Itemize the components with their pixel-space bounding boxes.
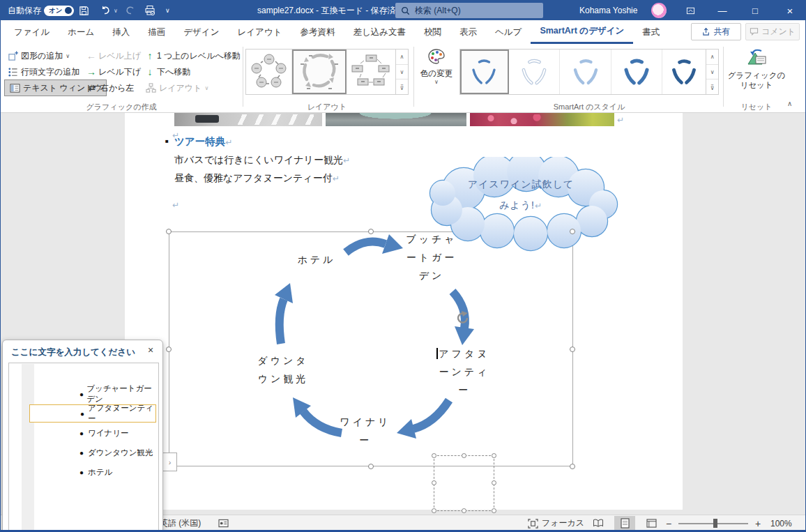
shape-handle[interactable] [492,453,496,458]
frame-handle[interactable] [570,464,575,469]
save-icon[interactable] [79,1,89,20]
shape-handle[interactable] [492,480,496,485]
tab-references[interactable]: 参考資料 [291,20,344,44]
focus-mode-button[interactable]: フォーカス [528,515,584,531]
print-button[interactable] [144,1,155,20]
frame-handle[interactable] [368,229,374,234]
styles-gallery-scroll: ∧ ∨ =∨ [706,50,718,94]
reset-graphic-button[interactable]: グラフィックのリセット [727,47,786,90]
tab-layout[interactable]: レイアウト [228,20,291,44]
print-layout-button[interactable] [614,516,635,531]
right-to-left-button[interactable]: ⇄ 右から左 [86,80,135,96]
read-mode-button[interactable] [588,516,609,531]
minimize-button[interactable]: — [710,1,734,20]
share-button[interactable]: 共有 [691,23,741,40]
autosave-state: オン [49,6,62,15]
web-layout-button[interactable] [641,516,662,531]
doc-heading[interactable]: ツアー特典↵ [174,135,232,149]
text-pane-item[interactable]: ●ダウンタウン観光 [29,443,156,462]
shape-handle[interactable] [432,480,436,485]
tab-smartart-design[interactable]: SmartArt のデザイン [531,20,633,44]
photo-fountain[interactable] [326,113,466,126]
text-pane-item[interactable]: ●ブッチャートガーデン [29,385,156,403]
frame-handle[interactable] [166,229,172,234]
text-pane-item[interactable]: ●ワイナリー [29,424,156,442]
move-up-button[interactable]: ↑1 つ上のレベルへ移動 [144,48,241,63]
search-box[interactable] [395,3,543,18]
zoom-slider-thumb[interactable] [713,519,717,528]
smartart-node-afternoon[interactable]: アフタヌーンティー [433,344,496,399]
frame-handle[interactable] [570,347,575,352]
doc-body-line-1[interactable]: 市バスでは行きにくいワイナリー観光↵ [174,154,350,167]
change-colors-button[interactable]: 色の変更 ∨ [418,48,455,85]
gallery-down-icon[interactable]: ∨ [706,65,718,80]
quick-access-dropdown-icon[interactable]: ∨ [165,1,170,20]
macro-record-icon[interactable] [218,515,229,531]
tab-design[interactable]: デザイン [174,20,228,44]
account-name[interactable]: Kohama Yoshie [579,1,637,20]
add-shape-button[interactable]: 図形の追加∨ [6,48,70,63]
tab-format[interactable]: 書式 [633,20,669,44]
shape-handle[interactable] [462,453,466,458]
frame-handle[interactable] [166,347,172,352]
demote-button[interactable]: →レベル下げ [86,64,141,79]
tab-home[interactable]: ホーム [59,20,103,44]
group-label-styles: SmartArt のスタイル [459,102,719,112]
text-pane-close-icon[interactable]: × [144,344,157,356]
style-thumb-5[interactable] [662,50,706,94]
selected-shape-afternoon[interactable] [434,455,494,511]
maximize-button[interactable]: □ [743,1,767,20]
gallery-more-icon[interactable]: =∨ [396,79,408,94]
frame-handle[interactable] [570,229,575,234]
tab-view[interactable]: 表示 [450,20,486,44]
layout-thumb-rect-cycle[interactable] [347,50,395,94]
add-shape-icon [6,51,19,61]
photo-street[interactable] [174,113,322,126]
tab-insert[interactable]: 挿入 [103,20,139,44]
gallery-down-icon[interactable]: ∨ [396,65,408,80]
search-input[interactable] [415,6,526,15]
text-pane-item-selected[interactable]: ●アフタヌーンティー [29,404,156,423]
gallery-more-icon[interactable]: =∨ [706,79,718,94]
zoom-level[interactable]: 100% [770,515,792,531]
style-thumb-2[interactable] [509,50,561,94]
zoom-out-icon[interactable]: − [666,515,671,531]
smartart-frame[interactable] [169,231,573,466]
tab-mailings[interactable]: 差し込み文書 [344,20,415,44]
cloud-text[interactable]: アイスワイン試飲して みよう!↵ [439,174,603,216]
photo-flowers[interactable] [470,113,614,126]
shape-handle[interactable] [462,508,466,513]
autosave-toggle[interactable]: オン [44,1,74,20]
gallery-up-icon[interactable]: ∧ [396,50,408,65]
style-thumb-1-selected[interactable] [460,50,509,94]
avatar[interactable] [651,1,667,20]
ribbon-display-options-button[interactable] [678,1,702,20]
layout-thumb-basic-cycle[interactable] [246,50,292,94]
text-pane-collapse-button[interactable]: › [162,453,177,471]
close-button[interactable]: × [778,1,802,20]
undo-button[interactable]: ∨ [100,1,118,20]
style-thumb-3[interactable] [560,50,611,94]
gallery-up-icon[interactable]: ∧ [706,50,718,65]
frame-handle[interactable] [368,464,374,469]
tab-review[interactable]: 校閲 [415,20,450,44]
shape-handle[interactable] [432,453,436,458]
collapse-ribbon-icon[interactable]: ∧ [787,100,792,107]
tab-file[interactable]: ファイル [5,20,59,44]
language-indicator[interactable]: 英語 (米国) [160,515,201,531]
undo-dropdown-icon[interactable]: ∨ [114,8,118,14]
style-thumb-4[interactable] [611,50,663,94]
shape-handle[interactable] [492,508,496,513]
document-title[interactable]: sample27.docx - 互換モード - 保存済み ▾ [257,1,411,20]
text-pane-item[interactable]: ●ホテル [29,463,156,481]
layout-thumb-block-cycle-selected[interactable] [292,50,347,94]
shape-handle[interactable] [432,508,436,513]
add-bullet-button[interactable]: 行頭文字の追加 [6,64,79,79]
zoom-in-icon[interactable]: + [755,515,761,531]
move-down-button[interactable]: ↓下へ移動 [144,64,190,79]
rotation-handle-icon[interactable] [455,310,471,326]
doc-body-line-2[interactable]: 昼食、優雅なアフタヌーンティー付↵ [174,172,340,185]
tab-help[interactable]: ヘルプ [486,20,531,44]
comments-button[interactable]: コメント [745,23,800,40]
tab-draw[interactable]: 描画 [139,20,174,44]
